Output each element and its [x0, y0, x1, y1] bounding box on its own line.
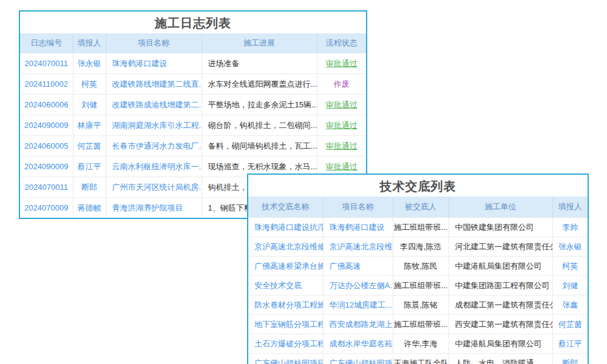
- disclosure-project-link[interactable]: 华润12城房建工...: [330, 300, 392, 309]
- disclosure-receiver-text: 陈牧,陈民: [393, 257, 449, 276]
- disclosure-unit-text: 成都建工第一建筑有限责任公司: [449, 295, 552, 315]
- log-reporter-link[interactable]: 蒋德帧: [78, 203, 101, 212]
- disclosure-name-link[interactable]: 广东佛山碧桂园项目...: [254, 359, 323, 364]
- log-status-badge: 审批通过: [326, 100, 358, 109]
- disclosure-receiver-text: 陈晨,陈铭: [393, 295, 449, 315]
- technical-disclosure-table: 技术交底名称 项目名称 被交底人 施工单位 填报人 珠海鹤港口建设抗浮... 珠…: [248, 197, 588, 364]
- disclosure-unit-text: 中建港航局集团有限公司: [449, 257, 552, 276]
- col-header-disclosure-unit: 施工单位: [449, 197, 552, 218]
- disclosure-project-link[interactable]: 珠海鹤港口建设: [330, 223, 385, 232]
- col-header-log-reporter: 填报人: [73, 33, 106, 53]
- disclosure-name-link[interactable]: 广佛高速桥梁承台施...: [254, 261, 323, 271]
- log-project-link[interactable]: 广州市天河区统计局机房...: [112, 183, 202, 192]
- disclosure-unit-text: 中国铁建集团有限公司: [449, 218, 552, 237]
- log-table-row: 2024110002 柯英 改建铁路线增建第二线直... 水车对全线遮阳网覆盖点…: [20, 74, 366, 95]
- log-progress-text: 备料，砌间墙钩机排土，瓦工...: [202, 136, 317, 157]
- disclosure-table-row: 珠海鹤港口建设抗浮... 珠海鹤港口建设 施工班组带班... 中国铁建集团有限公…: [248, 218, 588, 237]
- disclosure-table-row: 地下室钢筋分项工程... 西安成都路龙湖上... 施工班组带班... 西安建工第…: [248, 315, 588, 334]
- disclosure-name-link[interactable]: 安全技术交底: [254, 281, 302, 290]
- col-header-log-progress: 施工进展: [202, 33, 317, 53]
- log-id-link[interactable]: 2024110002: [25, 79, 68, 89]
- disclosure-unit-text: 西安建工第一建筑有限责任公司: [449, 315, 552, 334]
- log-id-link[interactable]: 2024070011: [25, 59, 68, 68]
- log-reporter-link[interactable]: 刘健: [81, 100, 97, 109]
- disclosure-unit-text: 河北建工第一建筑有限责任公司: [449, 237, 552, 257]
- disclosure-receiver-text: 施工班组带班...: [393, 218, 449, 237]
- disclosure-receiver-text: 许华,李海: [393, 334, 449, 354]
- disclosure-unit-text: 人防、水电、消防暖通: [449, 354, 552, 364]
- col-header-log-id: 日志编号: [20, 33, 73, 53]
- log-project-link[interactable]: 湖南洞庭湖水库引水工程...: [112, 121, 202, 130]
- disclosure-receiver-text: 李四海,陈浩: [393, 237, 449, 257]
- log-table-row: 2024060006 刘健 改建铁路成渝线增建第二... 平整场地，拉走多余泥土…: [20, 95, 366, 115]
- log-project-link[interactable]: 改建铁路线增建第二线直...: [112, 79, 202, 89]
- col-header-disclosure-name: 技术交底名称: [248, 197, 323, 218]
- disclosure-table-row: 安全技术交底 万达办公楼左侧A... 施工班组带班... 中建集团路面工程有限公…: [248, 276, 588, 295]
- log-id-link[interactable]: 2024090009: [24, 121, 68, 130]
- log-progress-text: 水车对全线遮阳网覆盖点进行...: [202, 74, 317, 95]
- disclosure-table-row: 广佛高速桥梁承台施... 广佛高速 陈牧,陈民 中建港航局集团有限公司 柯英: [248, 257, 588, 276]
- log-status-badge: 审批通过: [326, 121, 358, 130]
- log-project-link[interactable]: 青海洪湖养护院项目: [112, 203, 183, 212]
- disclosure-unit-text: 中建港航局集团有限公司: [449, 334, 552, 354]
- log-project-link[interactable]: 长春市伊通河水力发电厂...: [112, 141, 202, 150]
- log-id-link[interactable]: 2024070009: [24, 203, 68, 212]
- log-id-link[interactable]: 2024070011: [25, 183, 68, 192]
- log-progress-text: 进场准备: [202, 53, 317, 74]
- disclosure-name-link[interactable]: 土石方爆破分项工程...: [254, 339, 323, 348]
- log-table-row: 2024090009 林康平 湖南洞庭湖水库引水工程... 砌台阶，钩机排土，二…: [20, 115, 366, 136]
- disclosure-project-link[interactable]: 广佛高速: [330, 261, 361, 271]
- log-reporter-link[interactable]: 何芷茵: [78, 141, 101, 150]
- log-status-badge: 作废: [334, 79, 350, 89]
- disclosure-name-link[interactable]: 防水卷材分项工程施...: [254, 300, 323, 309]
- log-reporter-link[interactable]: 柯英: [81, 79, 97, 89]
- disclosure-table-row: 土石方爆破分项工程... 成都水岸华庭名苑... 许华,李海 中建港航局集团有限…: [248, 334, 588, 354]
- construction-log-title: 施工日志列表: [20, 12, 366, 33]
- disclosure-project-link[interactable]: 京沪高速北京段维修: [330, 242, 393, 251]
- col-header-log-status: 流程状态: [317, 33, 366, 53]
- col-header-log-project: 项目名称: [106, 33, 202, 53]
- disclosure-project-link[interactable]: 西安成都路龙湖上...: [330, 320, 393, 329]
- log-progress-text: 砌台阶，钩机排土，二包砌间...: [202, 115, 317, 136]
- log-project-link[interactable]: 珠海鹤港口建设: [112, 59, 168, 68]
- disclosure-reporter-link[interactable]: 何芷茵: [558, 320, 582, 329]
- log-reporter-link[interactable]: 张永银: [78, 59, 101, 68]
- log-reporter-link[interactable]: 林康平: [78, 121, 101, 130]
- construction-log-header-row: 日志编号 填报人 项目名称 施工进展 流程状态: [20, 33, 366, 53]
- log-project-link[interactable]: 云南水利枢纽潜明水库一...: [112, 162, 202, 171]
- technical-disclosure-header-row: 技术交底名称 项目名称 被交底人 施工单位 填报人: [248, 197, 588, 218]
- disclosure-name-link[interactable]: 京沪高速北京段维修...: [254, 242, 323, 251]
- disclosure-reporter-link[interactable]: 柯英: [562, 261, 578, 271]
- disclosure-project-link[interactable]: 成都水岸华庭名苑...: [330, 339, 393, 348]
- technical-disclosure-body: 珠海鹤港口建设抗浮... 珠海鹤港口建设 施工班组带班... 中国铁建集团有限公…: [248, 218, 588, 364]
- disclosure-receiver-text: 王海施工队全队: [393, 354, 449, 364]
- log-project-link[interactable]: 改建铁路成渝线增建第二...: [112, 100, 202, 109]
- log-id-link[interactable]: 2024090009: [24, 162, 68, 171]
- disclosure-reporter-link[interactable]: 张鑫: [562, 300, 578, 309]
- disclosure-name-link[interactable]: 珠海鹤港口建设抗浮...: [254, 223, 323, 232]
- disclosure-reporter-link[interactable]: 李帅: [562, 223, 578, 232]
- log-table-row: 2024060005 何芷茵 长春市伊通河水力发电厂... 备料，砌间墙钩机排土…: [20, 136, 366, 157]
- log-reporter-link[interactable]: 断郎: [81, 183, 97, 192]
- disclosure-name-link[interactable]: 地下室钢筋分项工程...: [254, 320, 323, 329]
- disclosure-project-link[interactable]: 广东佛山碧桂园项目: [330, 359, 393, 364]
- disclosure-project-link[interactable]: 万达办公楼左侧A...: [330, 281, 393, 290]
- log-progress-text: 平整场地，拉走多余泥土15辆...: [202, 95, 317, 115]
- log-status-badge: 审批通过: [326, 141, 358, 150]
- disclosure-reporter-link[interactable]: 蔡江平: [558, 339, 582, 348]
- log-table-row: 2024070011 张永银 珠海鹤港口建设 进场准备 审批通过: [20, 53, 366, 74]
- disclosure-table-row: 防水卷材分项工程施... 华润12城房建工... 陈晨,陈铭 成都建工第一建筑有…: [248, 295, 588, 315]
- col-header-disclosure-project: 项目名称: [323, 197, 393, 218]
- log-reporter-link[interactable]: 蔡江平: [78, 162, 101, 171]
- disclosure-table-row: 京沪高速北京段维修... 京沪高速北京段维修 李四海,陈浩 河北建工第一建筑有限…: [248, 237, 588, 257]
- disclosure-table-row: 广东佛山碧桂园项目... 广东佛山碧桂园项目 王海施工队全队 人防、水电、消防暖…: [248, 354, 588, 364]
- log-id-link[interactable]: 2024060005: [24, 141, 68, 150]
- disclosure-reporter-link[interactable]: 断郎: [562, 359, 578, 364]
- log-id-link[interactable]: 2024060006: [24, 100, 68, 109]
- disclosure-reporter-link[interactable]: 刘健: [562, 281, 578, 290]
- col-header-disclosure-receiver: 被交底人: [393, 197, 449, 218]
- log-status-badge: 审批通过: [326, 162, 358, 171]
- col-header-disclosure-reporter: 填报人: [552, 197, 588, 218]
- technical-disclosure-title: 技术交底列表: [248, 175, 588, 197]
- disclosure-reporter-link[interactable]: 张永银: [558, 242, 582, 251]
